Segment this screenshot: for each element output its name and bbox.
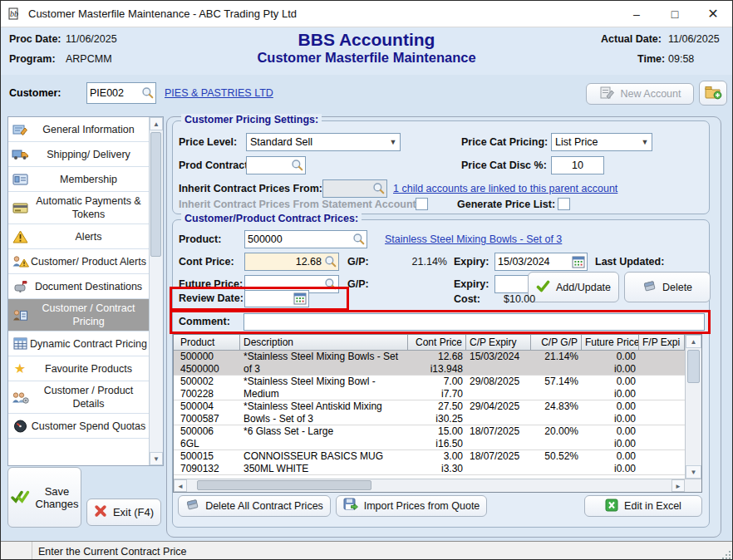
- customer-pricing-settings-group: Customer Pricing Settings: Price Level: …: [172, 120, 710, 214]
- sidebar-item-customer-contract-pricing[interactable]: Customer / Contract Pricing: [8, 299, 149, 332]
- table-horizontal-scrollbar[interactable]: ◄ ►: [174, 479, 701, 492]
- price-cat-disc-input[interactable]: [552, 160, 603, 171]
- search-icon[interactable]: [291, 159, 304, 172]
- status-bar: Enter the Current Contract Price: [1, 541, 732, 560]
- scroll-left-icon[interactable]: ◄: [174, 479, 187, 492]
- product-field[interactable]: [244, 230, 367, 248]
- sidebar-item-dynamic-contract-pricing[interactable]: Dynamic Contract Pricing: [8, 332, 149, 356]
- cell-description: *Stainless Steel Mixing Bowl -Medium: [240, 376, 408, 400]
- scroll-down-icon[interactable]: ▼: [686, 465, 701, 479]
- table-vertical-scrollbar[interactable]: ▲ ▼: [685, 335, 701, 479]
- gp-value: 21.14%: [396, 256, 447, 268]
- delete-button[interactable]: Delete: [624, 272, 711, 302]
- search-icon[interactable]: [141, 86, 155, 100]
- price-cat-disc-field[interactable]: [551, 156, 604, 174]
- calendar-icon[interactable]: [572, 255, 586, 269]
- scroll-up-icon[interactable]: ▲: [686, 335, 701, 348]
- expiry-label: Expiry:: [454, 256, 489, 268]
- column-header-future-price[interactable]: Future Price: [582, 335, 639, 350]
- add-update-label: Add/Update: [556, 282, 611, 293]
- column-header-c-p-expiry[interactable]: C/P Expiry: [466, 335, 531, 350]
- generate-price-list-checkbox[interactable]: [558, 198, 570, 210]
- save-changes-button[interactable]: Save Changes: [7, 467, 81, 528]
- add-update-button[interactable]: Add/Update: [528, 272, 619, 302]
- cell-cp-expiry: 29/08/2025: [466, 376, 531, 400]
- sidebar-item-document-destinations[interactable]: Document Destinations: [8, 274, 149, 299]
- sidebar-item-general-information[interactable]: General Information: [8, 117, 149, 142]
- import-prices-from-quote-button[interactable]: Import Prices from Quote: [336, 495, 487, 517]
- table-row[interactable]: 500002700228*Stainless Steel Mixing Bowl…: [174, 376, 685, 400]
- table-row[interactable]: 5000047000587*Stainless Steel Antiskid M…: [174, 400, 685, 425]
- pricing-settings-legend: Customer Pricing Settings:: [181, 114, 322, 125]
- inherit-from-input[interactable]: [323, 183, 372, 194]
- delete-all-contract-prices-button[interactable]: Delete All Contract Prices: [178, 495, 331, 517]
- sidebar-item-automatic-payments-tokens[interactable]: Automatic Payments & Tokens: [8, 192, 149, 224]
- excel-icon: [605, 499, 618, 514]
- maximize-button[interactable]: □: [656, 1, 694, 27]
- new-account-button[interactable]: New Account: [586, 83, 694, 105]
- cont-price-field[interactable]: [244, 253, 339, 271]
- calendar-icon[interactable]: [293, 292, 307, 306]
- inherit-from-field[interactable]: [322, 179, 387, 198]
- sidebar-item-membership[interactable]: Membership: [8, 167, 149, 192]
- inherit-statement-checkbox[interactable]: [416, 198, 428, 210]
- table-vscroll-thumb[interactable]: [687, 350, 700, 383]
- table-row[interactable]: 5000004500000*Stainless Steel Mixing Bow…: [174, 351, 685, 376]
- exit-button[interactable]: Exit (F4): [86, 499, 161, 526]
- sidebar-item-customer-spend-quotas[interactable]: Customer Spend Quotas: [8, 414, 149, 439]
- cont-price-input[interactable]: [245, 256, 324, 268]
- product-description-link[interactable]: Stainless Steel Mixing Bowls - Set of 3: [385, 233, 562, 245]
- column-header-product[interactable]: Product: [174, 335, 240, 350]
- resize-grip-icon[interactable]: [721, 549, 731, 559]
- table-row[interactable]: 5000157090132CONNOISSEUR BASICS MUG350ML…: [174, 450, 685, 475]
- customer-code-field[interactable]: [86, 82, 156, 104]
- sidebar-item-label: Shipping/ Delivery: [30, 148, 147, 161]
- sidebar-item-alerts[interactable]: Alerts: [8, 224, 149, 249]
- column-header-cont-price[interactable]: Cont Price: [408, 335, 466, 350]
- open-folder-button[interactable]: [699, 81, 727, 106]
- scroll-right-icon[interactable]: ►: [672, 479, 685, 492]
- cell-cont-price: 15.00i16.50: [408, 425, 466, 449]
- prod-contract-field[interactable]: [246, 156, 306, 174]
- scroll-down-icon[interactable]: ▼: [150, 452, 163, 465]
- child-accounts-link[interactable]: 1 child accounts are linked to this pare…: [393, 183, 617, 194]
- edit-in-excel-button[interactable]: Edit in Excel: [584, 495, 702, 517]
- minimize-button[interactable]: –: [617, 1, 656, 27]
- scroll-up-icon[interactable]: ▲: [150, 117, 163, 130]
- column-header-description[interactable]: Description: [240, 335, 408, 350]
- sidebar-item-customer-product-details[interactable]: Customer / Product Details: [8, 381, 149, 414]
- cell-future-price: 0.00i0.00: [582, 400, 639, 425]
- sidebar-scrollbar[interactable]: ▲ ▼: [149, 117, 163, 465]
- expiry-field[interactable]: [494, 253, 588, 271]
- search-icon[interactable]: [324, 255, 337, 268]
- expiry-input[interactable]: [495, 256, 572, 268]
- cell-cont-price: 12.68i13.948: [408, 351, 466, 375]
- check-icon: [536, 280, 550, 295]
- table-hscroll-thumb[interactable]: [197, 480, 371, 490]
- comment-input[interactable]: [244, 317, 704, 328]
- inherit-statement-label: Inherit Contract Prices From Statement A…: [179, 199, 420, 210]
- column-header-f-p-expi[interactable]: F/P Expi: [639, 335, 685, 350]
- sidebar-item-label: Automatic Payments & Tokens: [30, 194, 147, 221]
- app-window: bb Customer Masterfile Maintenance - ABC…: [0, 0, 733, 560]
- review-date-input[interactable]: [245, 293, 293, 305]
- product-input[interactable]: [245, 233, 352, 245]
- search-icon[interactable]: [352, 233, 366, 246]
- price-level-select[interactable]: Standard Sell ▼: [246, 133, 401, 151]
- prod-contract-input[interactable]: [247, 160, 291, 171]
- comment-field[interactable]: [244, 313, 705, 331]
- customer-code-input[interactable]: [87, 87, 141, 99]
- customer-name-link[interactable]: PIES & PASTRIES LTD: [165, 87, 273, 99]
- table-row[interactable]: 5000066GL*6 Glass Set - Large 15.00i16.5…: [174, 425, 685, 450]
- price-cat-pricing-select[interactable]: List Price ▼: [551, 133, 652, 151]
- sidebar-item-favourite-products[interactable]: ★Favourite Products: [8, 356, 149, 381]
- close-button[interactable]: ✕: [694, 1, 732, 27]
- sidebar-scroll-thumb[interactable]: [150, 132, 161, 257]
- cell-cp-gp: 50.52%: [531, 450, 582, 474]
- app-icon: bb: [8, 7, 23, 22]
- search-icon[interactable]: [372, 182, 386, 195]
- column-header-c-p-g-p[interactable]: C/P G/P: [531, 335, 582, 350]
- sidebar-item-customer-product-alerts[interactable]: Customer/ Product Alerts: [8, 249, 149, 274]
- sidebar-item-shipping-delivery[interactable]: Shipping/ Delivery: [8, 142, 149, 167]
- review-date-field[interactable]: [244, 290, 309, 307]
